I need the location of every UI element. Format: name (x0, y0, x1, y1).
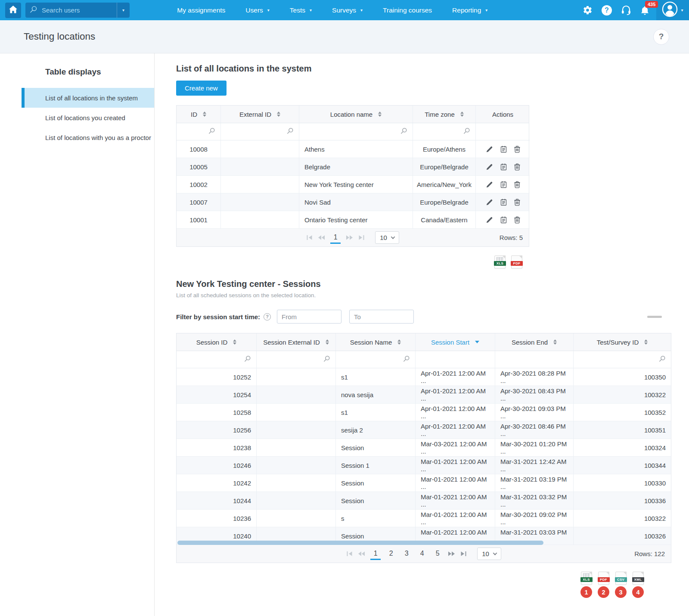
menu-item-users[interactable]: Users▾ (245, 6, 270, 14)
column-filter-session-id[interactable] (177, 351, 257, 368)
edit-icon[interactable] (486, 163, 493, 171)
cell-location-name: Athens (299, 140, 413, 158)
column-filter-session-external-id[interactable] (257, 351, 336, 368)
delete-icon[interactable] (514, 146, 520, 153)
menu-item-my-assignments[interactable]: My assignments (177, 6, 225, 14)
menu-item-reporting[interactable]: Reporting▾ (452, 6, 487, 14)
notifications-bell-icon[interactable]: 435 (640, 6, 649, 17)
avatar-icon (662, 1, 678, 19)
filter-from-input[interactable] (277, 310, 341, 324)
edit-icon[interactable] (486, 199, 493, 206)
delete-icon[interactable] (514, 163, 520, 171)
search-input[interactable] (41, 6, 109, 14)
horizontal-scrollbar[interactable] (177, 541, 543, 545)
details-icon[interactable] (500, 199, 507, 206)
edit-icon[interactable] (486, 181, 493, 188)
column-header-external-id[interactable]: External ID (221, 106, 299, 123)
collapse-section-handle[interactable] (647, 316, 662, 318)
paginator-first-button[interactable] (306, 235, 313, 240)
edit-icon[interactable] (486, 146, 493, 153)
paginator-page-3[interactable]: 3 (401, 548, 412, 560)
column-header-session-start[interactable]: Session Start (416, 333, 495, 351)
delete-icon[interactable] (514, 199, 520, 206)
details-icon[interactable] (500, 163, 507, 171)
cell-session-start: Apr-01-2021 12:00 AM ... (416, 421, 495, 439)
paginator-next-button[interactable] (448, 551, 455, 557)
column-filter-session-name[interactable] (336, 351, 416, 368)
export-csv-icon[interactable]: CSV3 (615, 572, 627, 598)
search-icon (463, 128, 470, 136)
column-header-session-id[interactable]: Session ID (177, 333, 257, 351)
help-icon[interactable]: ? (602, 5, 612, 16)
edit-icon[interactable] (486, 216, 493, 224)
paginator-page-2[interactable]: 2 (386, 548, 396, 560)
home-button[interactable] (5, 3, 21, 18)
column-header-test-survey-id[interactable]: Test/Survey ID (574, 333, 671, 351)
column-filter-test-survey-id[interactable] (574, 351, 671, 368)
column-header-location-name[interactable]: Location name (299, 106, 413, 123)
row-actions (476, 176, 530, 193)
filter-help-icon[interactable]: ? (264, 313, 271, 320)
column-filter-location-name[interactable] (299, 123, 413, 140)
sessions-section: New York Testing center - Sessions List … (176, 279, 689, 598)
paginator-last-button[interactable] (358, 235, 365, 240)
cell-session-end: Apr-30-2021 08:43 PM ... (495, 386, 574, 404)
gear-icon[interactable] (583, 5, 593, 15)
search-icon (287, 128, 294, 136)
details-icon[interactable] (500, 146, 507, 153)
export-xml-icon[interactable]: XML4 (632, 572, 644, 598)
column-filter-time-zone[interactable] (413, 123, 476, 140)
cell-session-end: Apr-30-2021 09:03 PM ... (495, 404, 574, 421)
sessions-export-row: XLS1PDF2CSV3XML4 (176, 572, 671, 598)
menu-item-tests[interactable]: Tests▾ (290, 6, 312, 14)
paginator-page-5[interactable]: 5 (432, 548, 443, 560)
export-pdf-icon[interactable]: PDF (511, 255, 522, 269)
file-icon: CSV (615, 572, 627, 585)
paginator-next-button[interactable] (346, 235, 353, 240)
column-header-session-external-id[interactable]: Session External ID (257, 333, 336, 351)
sidebar-item-list-of-locations-with-you-as-a-proctor[interactable]: List of locations with you as a proctor (22, 128, 154, 147)
export-xls-icon[interactable]: XLS (494, 255, 506, 269)
export-pdf-icon[interactable]: PDF2 (598, 572, 609, 598)
cell-session-external-id (257, 439, 336, 457)
page-help-button[interactable]: ? (653, 29, 669, 45)
column-filter-id[interactable] (177, 123, 221, 140)
delete-icon[interactable] (514, 181, 520, 188)
cell-test-survey-id: 100336 (574, 492, 671, 510)
column-header-session-name[interactable]: Session Name (336, 333, 416, 351)
details-icon[interactable] (500, 216, 507, 224)
menu-item-training-courses[interactable]: Training courses (383, 6, 432, 14)
sidebar-item-label: List of all locations in the system (45, 94, 138, 102)
sidebar-item-list-of-all-locations-in-the-system[interactable]: List of all locations in the system (22, 88, 154, 108)
page-size-value: 10 (482, 550, 489, 557)
cell-session-end: Mar-30-2021 01:20 PM ... (495, 439, 574, 457)
paginator-page-1[interactable]: 1 (330, 231, 341, 244)
sessions-table: Session IDSession External IDSession Nam… (176, 333, 671, 563)
headset-icon[interactable] (621, 5, 631, 15)
page-size-select[interactable]: 10 (375, 231, 399, 244)
search-dropdown-caret-icon[interactable]: ▾ (117, 3, 130, 18)
paginator-prev-button[interactable] (358, 551, 365, 557)
create-new-button[interactable]: Create new (176, 81, 227, 96)
paginator-page-4[interactable]: 4 (417, 548, 427, 560)
paginator-page-1[interactable]: 1 (370, 548, 381, 560)
user-search-box[interactable]: ▾ (25, 3, 130, 18)
cell-id: 10002 (177, 176, 221, 193)
paginator-prev-button[interactable] (318, 235, 325, 240)
column-header-session-end[interactable]: Session End (495, 333, 574, 351)
main-menu: My assignmentsUsers▾Tests▾Surveys▾Traini… (177, 6, 487, 14)
details-icon[interactable] (500, 181, 507, 188)
table-row: 10254nova sesijaApr-01-2021 12:00 AM ...… (177, 386, 671, 404)
page-size-select[interactable]: 10 (477, 548, 501, 560)
column-header-id[interactable]: ID (177, 106, 221, 123)
user-avatar-menu[interactable]: ▾ (656, 0, 689, 20)
export-xls-icon[interactable]: XLS1 (580, 572, 592, 598)
menu-item-surveys[interactable]: Surveys▾ (332, 6, 363, 14)
column-header-time-zone[interactable]: Time zone (413, 106, 476, 123)
sidebar-item-list-of-locations-you-created[interactable]: List of locations you created (22, 108, 154, 128)
paginator-last-button[interactable] (460, 551, 467, 557)
column-filter-external-id[interactable] (221, 123, 299, 140)
filter-to-input[interactable] (349, 310, 414, 324)
delete-icon[interactable] (514, 216, 520, 224)
paginator-first-button[interactable] (346, 551, 353, 557)
